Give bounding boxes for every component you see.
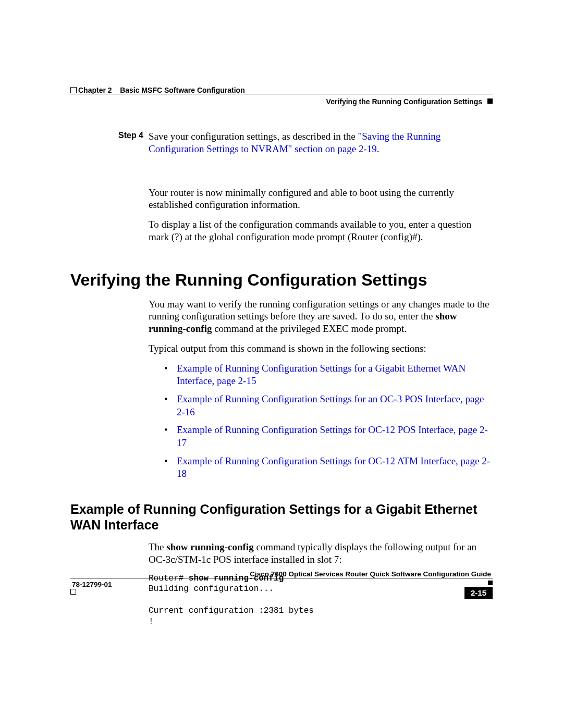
list-item: Example of Running Configuration Setting… xyxy=(164,393,493,418)
body-paragraph-2: To display a list of the configuration c… xyxy=(149,218,493,243)
footer-doc-number: 78-12799-01 xyxy=(70,581,493,588)
list-item: Example of Running Configuration Setting… xyxy=(164,424,493,449)
intro-paragraph-2: Typical output from this command is show… xyxy=(149,342,493,355)
xref-list: Example of Running Configuration Setting… xyxy=(164,362,493,481)
xref-link-3[interactable]: Example of Running Configuration Setting… xyxy=(177,424,488,448)
list-item: Example of Running Configuration Setting… xyxy=(164,362,493,388)
intro-paragraph-1: You may want to verify the running confi… xyxy=(149,298,493,335)
xref-link-2[interactable]: Example of Running Configuration Setting… xyxy=(177,393,484,417)
footer-rule xyxy=(70,578,493,578)
footer-doc-title: Cisco 7600 Optical Services Router Quick… xyxy=(70,570,493,578)
header-rule xyxy=(70,94,493,94)
header-right-marker xyxy=(487,98,493,104)
body-paragraph-1: Your router is now minimally configured … xyxy=(149,187,493,212)
step-row: Step 4 Save your configuration settings,… xyxy=(118,130,493,155)
code-line-5: ! xyxy=(149,617,154,626)
example-paragraph: The show running-config command typicall… xyxy=(149,541,493,566)
example-command: show running-config xyxy=(166,541,253,552)
step-body: Save your configuration settings, as des… xyxy=(149,130,493,155)
page-number: 2-15 xyxy=(464,587,493,599)
running-header-left: Chapter 2 Basic MSFC Software Configurat… xyxy=(78,86,245,94)
code-line-4: Current configuration :2381 bytes xyxy=(149,606,314,615)
step-text-after: . xyxy=(377,143,380,154)
section-heading: Verifying the Running Configuration Sett… xyxy=(70,270,493,290)
subsection-heading: Example of Running Configuration Setting… xyxy=(70,501,493,533)
page-footer: Cisco 7600 Optical Services Router Quick… xyxy=(70,579,493,588)
step-text-before: Save your configuration settings, as des… xyxy=(149,131,358,142)
running-header-right: Verifying the Running Configuration Sett… xyxy=(326,97,482,106)
footer-left-marker xyxy=(70,589,76,595)
header-left-marker xyxy=(70,87,77,93)
footer-right-marker xyxy=(488,581,493,585)
list-item: Example of Running Configuration Setting… xyxy=(164,455,493,480)
xref-link-4[interactable]: Example of Running Configuration Setting… xyxy=(177,455,490,479)
page-content: Step 4 Save your configuration settings,… xyxy=(70,130,493,627)
intro-p1-c: command at the privileged EXEC mode prom… xyxy=(212,323,407,334)
step-label: Step 4 xyxy=(118,130,149,155)
xref-link-1[interactable]: Example of Running Configuration Setting… xyxy=(177,363,466,387)
example-p-a: The xyxy=(149,541,166,552)
page: Chapter 2 Basic MSFC Software Configurat… xyxy=(0,0,563,728)
